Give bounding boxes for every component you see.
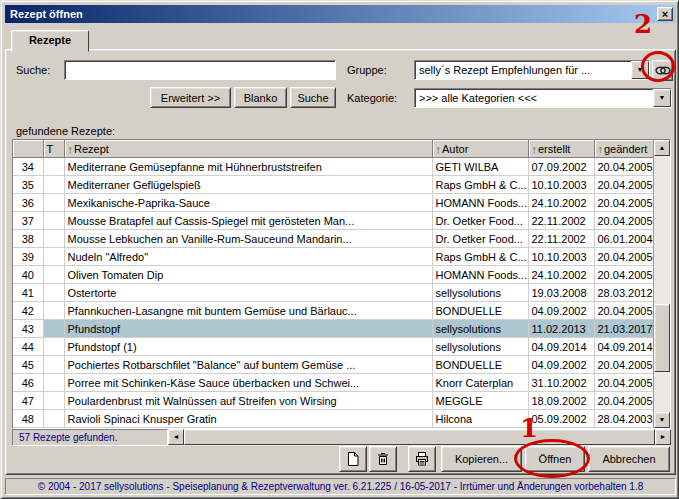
- erstellt-cell[interactable]: 22.11.2002: [528, 212, 594, 230]
- type-cell[interactable]: [43, 212, 64, 230]
- geaendert-cell[interactable]: 20.04.2005: [594, 158, 653, 176]
- row-number-cell[interactable]: 38: [13, 230, 43, 248]
- print-button[interactable]: [408, 446, 436, 472]
- oeffnen-button[interactable]: Öffnen: [525, 446, 585, 472]
- rezept-cell[interactable]: Nudeln "Alfredo": [64, 248, 432, 266]
- row-number-cell[interactable]: 45: [13, 356, 43, 374]
- table-row[interactable]: 36Mexikanische-Paprika-SauceHOMANN Foods…: [13, 194, 653, 212]
- new-document-button[interactable]: [339, 446, 367, 472]
- close-button[interactable]: ×: [657, 7, 673, 21]
- row-number-cell[interactable]: 48: [13, 410, 43, 428]
- blanko-button[interactable]: Blanko: [234, 87, 287, 108]
- erstellt-cell[interactable]: 04.09.2002: [528, 356, 594, 374]
- scroll-up-button[interactable]: ▲: [654, 140, 670, 156]
- autor-cell[interactable]: BONDUELLE: [432, 302, 528, 320]
- abbrechen-button[interactable]: Abbrechen: [588, 446, 670, 472]
- autor-cell[interactable]: MEGGLE: [432, 392, 528, 410]
- type-cell[interactable]: [43, 194, 64, 212]
- suche-button[interactable]: Suche: [290, 87, 336, 108]
- table-row[interactable]: 39Nudeln "Alfredo"Raps GmbH & C...10.10.…: [13, 248, 653, 266]
- row-number-cell[interactable]: 41: [13, 284, 43, 302]
- type-cell[interactable]: [43, 266, 64, 284]
- rezept-cell[interactable]: Mexikanische-Paprika-Sauce: [64, 194, 432, 212]
- suche-input[interactable]: [64, 60, 336, 80]
- autor-cell[interactable]: GETI WILBA: [432, 158, 528, 176]
- type-cell[interactable]: [43, 302, 64, 320]
- type-cell[interactable]: [43, 320, 64, 338]
- type-cell[interactable]: [43, 338, 64, 356]
- type-cell[interactable]: [43, 374, 64, 392]
- rezept-cell[interactable]: Oliven Tomaten Dip: [64, 266, 432, 284]
- type-cell[interactable]: [43, 410, 64, 428]
- geaendert-cell[interactable]: 06.01.2004: [594, 230, 653, 248]
- erstellt-cell[interactable]: 10.10.2003: [528, 176, 594, 194]
- vertical-scrollbar[interactable]: ▲ ▼: [653, 140, 670, 428]
- type-cell[interactable]: [43, 158, 64, 176]
- horizontal-scrollbar-thumb[interactable]: [184, 429, 655, 445]
- rezept-cell[interactable]: Mousse Bratapfel auf Cassis-Spiegel mit …: [64, 212, 432, 230]
- table-row[interactable]: 34Mediterrane Gemüsepfanne mit Hühnerbru…: [13, 158, 653, 176]
- rezept-cell[interactable]: Ostertorte: [64, 284, 432, 302]
- row-number-cell[interactable]: 35: [13, 176, 43, 194]
- vertical-scrollbar-thumb[interactable]: [654, 304, 670, 372]
- erstellt-cell[interactable]: 24.10.2002: [528, 194, 594, 212]
- geaendert-cell[interactable]: 28.03.2012: [594, 284, 653, 302]
- column-header-erstellt[interactable]: ↑erstellt: [528, 140, 594, 158]
- autor-cell[interactable]: sellysolutions: [432, 284, 528, 302]
- erstellt-cell[interactable]: 05.09.2002: [528, 410, 594, 428]
- rezept-cell[interactable]: Pfannkuchen-Lasangne mit buntem Gemüse u…: [64, 302, 432, 320]
- row-number-cell[interactable]: 44: [13, 338, 43, 356]
- table-row[interactable]: 35Mediterraner GeflügelspießRaps GmbH & …: [13, 176, 653, 194]
- erstellt-cell[interactable]: 31.10.2002: [528, 374, 594, 392]
- scroll-left-button[interactable]: ◄: [168, 429, 184, 445]
- row-number-cell[interactable]: 34: [13, 158, 43, 176]
- type-cell[interactable]: [43, 230, 64, 248]
- row-number-cell[interactable]: 43: [13, 320, 43, 338]
- geaendert-cell[interactable]: 04.09.2014: [594, 338, 653, 356]
- autor-cell[interactable]: HOMANN Foods...: [432, 194, 528, 212]
- erstellt-cell[interactable]: 19.03.2008: [528, 284, 594, 302]
- rezept-cell[interactable]: Mediterrane Gemüsepfanne mit Hühnerbrust…: [64, 158, 432, 176]
- column-header-autor[interactable]: ↑Autor: [432, 140, 528, 158]
- table-row[interactable]: 38Mousse Lebkuchen an Vanille-Rum-Sauceu…: [13, 230, 653, 248]
- geaendert-cell[interactable]: 20.04.2005: [594, 212, 653, 230]
- geaendert-cell[interactable]: 20.04.2005: [594, 194, 653, 212]
- autor-cell[interactable]: Dr. Oetker Food...: [432, 230, 528, 248]
- row-number-cell[interactable]: 42: [13, 302, 43, 320]
- erstellt-cell[interactable]: 22.11.2002: [528, 230, 594, 248]
- table-row[interactable]: 44Pfundstopf (1)sellysolutions04.09.2014…: [13, 338, 653, 356]
- autor-cell[interactable]: sellysolutions: [432, 320, 528, 338]
- autor-cell[interactable]: Raps GmbH & C...: [432, 176, 528, 194]
- geaendert-cell[interactable]: 21.03.2017: [594, 320, 653, 338]
- type-cell[interactable]: [43, 392, 64, 410]
- autor-cell[interactable]: Knorr Caterplan: [432, 374, 528, 392]
- table-row[interactable]: 41Ostertortesellysolutions19.03.200828.0…: [13, 284, 653, 302]
- titlebar[interactable]: Rezept öffnen ×: [5, 5, 676, 23]
- link-group-button[interactable]: [652, 60, 673, 81]
- geaendert-cell[interactable]: 20.04.2005: [594, 302, 653, 320]
- geaendert-cell[interactable]: 20.04.2005: [594, 266, 653, 284]
- row-number-cell[interactable]: 37: [13, 212, 43, 230]
- geaendert-cell[interactable]: 20.04.2005: [594, 356, 653, 374]
- horizontal-scrollbar[interactable]: ◄ ►: [168, 429, 671, 446]
- geaendert-cell[interactable]: 20.04.2005: [594, 374, 653, 392]
- type-cell[interactable]: [43, 176, 64, 194]
- erstellt-cell[interactable]: 18.09.2002: [528, 392, 594, 410]
- table-row[interactable]: 40Oliven Tomaten DipHOMANN Foods...24.10…: [13, 266, 653, 284]
- autor-cell[interactable]: BONDUELLE: [432, 356, 528, 374]
- geaendert-cell[interactable]: 20.04.2005: [594, 392, 653, 410]
- rezept-cell[interactable]: Pfundstopf (1): [64, 338, 432, 356]
- geaendert-cell[interactable]: 20.04.2005: [594, 248, 653, 266]
- erweitert-button[interactable]: Erweitert >>: [150, 87, 231, 108]
- autor-cell[interactable]: Dr. Oetker Food...: [432, 212, 528, 230]
- table-row[interactable]: 43Pfundstopfsellysolutions11.02.201321.0…: [13, 320, 653, 338]
- erstellt-cell[interactable]: 04.09.2002: [528, 302, 594, 320]
- rezept-cell[interactable]: Pochiertes Rotbarschfilet "Balance" auf …: [64, 356, 432, 374]
- rezept-cell[interactable]: Ravioli Spinaci Knusper Gratin: [64, 410, 432, 428]
- erstellt-cell[interactable]: 11.02.2013: [528, 320, 594, 338]
- column-header-geaendert[interactable]: ↑geändert: [594, 140, 653, 158]
- row-number-cell[interactable]: 39: [13, 248, 43, 266]
- type-cell[interactable]: [43, 284, 64, 302]
- type-cell[interactable]: [43, 356, 64, 374]
- tab-rezepte[interactable]: Rezepte: [11, 30, 89, 52]
